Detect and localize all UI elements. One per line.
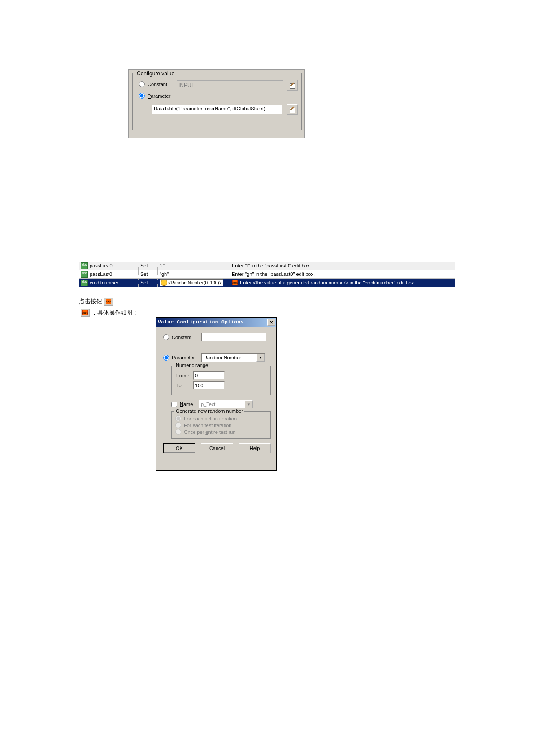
item-name: passFirst0: [90, 263, 113, 268]
help-button[interactable]: Help: [239, 443, 271, 453]
gen-test-radio: [175, 422, 181, 428]
gen-test-label: For each test iteration: [184, 423, 231, 428]
to-input[interactable]: [193, 381, 225, 389]
pencil-icon: [289, 82, 295, 88]
dlg-constant-radio[interactable]: [163, 334, 169, 340]
name-checkbox[interactable]: [171, 402, 177, 407]
random-icon: [161, 280, 167, 286]
name-select: p_Text ▼: [199, 400, 253, 409]
dialog-titlebar: Value Configuration Options ✕: [156, 318, 276, 327]
to-label: To:: [176, 383, 193, 388]
dialog-title: Value Configuration Options: [158, 319, 267, 325]
constant-input: [177, 80, 283, 90]
configure-icon-inline: <#>: [81, 309, 90, 317]
dlg-constant-input[interactable]: [201, 333, 267, 341]
ok-button[interactable]: OK: [163, 443, 195, 453]
operation-cell: Set: [139, 262, 158, 270]
numeric-range-group: Numeric range From: To:: [171, 366, 271, 395]
constant-edit-button[interactable]: [287, 80, 298, 91]
dlg-constant-label: Constant: [172, 335, 201, 340]
table-row-selected[interactable]: creditnumber Set <RandomNumber(0, 100)> …: [79, 279, 455, 287]
parameter-edit-button[interactable]: [287, 104, 298, 115]
numeric-range-legend: Numeric range: [174, 363, 209, 368]
from-input[interactable]: [193, 371, 225, 380]
constant-label: Constant: [148, 82, 167, 87]
configure-icon-inline: <#>: [104, 297, 113, 306]
table-row[interactable]: passLast0 Set "gh" Enter "gh" in the "pa…: [79, 270, 455, 279]
doc-cell: Enter "gh" in the "passLast0" edit box.: [230, 270, 455, 278]
parameter-label: Parameter: [148, 93, 170, 99]
configure-value-panel: Configure value Constant Parameter DataT…: [128, 69, 305, 138]
configure-icon[interactable]: <#>: [232, 280, 238, 286]
value-config-dialog: Value Configuration Options ✕ Constant P…: [156, 317, 277, 471]
dlg-parameter-select[interactable]: Random Number ▼: [201, 353, 265, 362]
from-label: From:: [176, 373, 193, 378]
value-cell: "gh": [158, 270, 230, 278]
webedit-icon: [81, 262, 88, 269]
instruction-line-1: 点击按钮 <#>: [79, 297, 115, 306]
doc-cell: Enter <the value of a generated random n…: [240, 280, 415, 285]
gen-action-label: For each action iteration: [184, 416, 237, 421]
dropdown-button[interactable]: ▼: [256, 354, 265, 362]
dlg-parameter-label: Parameter: [172, 355, 201, 360]
name-label: Name: [180, 402, 199, 407]
generate-legend: Generate new random number: [174, 408, 244, 414]
close-button[interactable]: ✕: [267, 319, 275, 326]
table-row[interactable]: passFirst0 Set "f" Enter "f" in the "pas…: [79, 262, 455, 270]
dlg-parameter-radio[interactable]: [163, 355, 169, 361]
cancel-button[interactable]: Cancel: [201, 443, 233, 453]
parameter-value-field[interactable]: DataTable("Parameter_userName", dtGlobal…: [152, 105, 283, 114]
generate-group: Generate new random number For each acti…: [171, 411, 271, 439]
operation-cell: Set: [139, 270, 158, 278]
keyword-grid: passFirst0 Set "f" Enter "f" in the "pas…: [79, 262, 455, 287]
instruction-line-2: <#> ，具体操作如图：: [79, 309, 138, 317]
gen-action-radio: [175, 415, 181, 421]
doc-cell: Enter "f" in the "passFirst0" edit box.: [230, 262, 455, 270]
gen-once-radio: [175, 429, 181, 435]
item-name: creditnumber: [90, 280, 118, 285]
parameter-radio[interactable]: [139, 93, 145, 99]
constant-radio[interactable]: [139, 81, 145, 87]
value-cell: "f": [158, 262, 230, 270]
operation-cell: Set: [139, 279, 158, 287]
webedit-icon: [81, 280, 88, 286]
dropdown-button: ▼: [245, 400, 253, 408]
parameter-pill: <RandomNumber(0, 100)>: [160, 279, 223, 286]
item-name: passLast0: [90, 271, 112, 277]
pencil-icon: [289, 106, 295, 113]
webedit-icon: [81, 271, 88, 278]
gen-once-label: Once per entire test run: [184, 429, 236, 435]
